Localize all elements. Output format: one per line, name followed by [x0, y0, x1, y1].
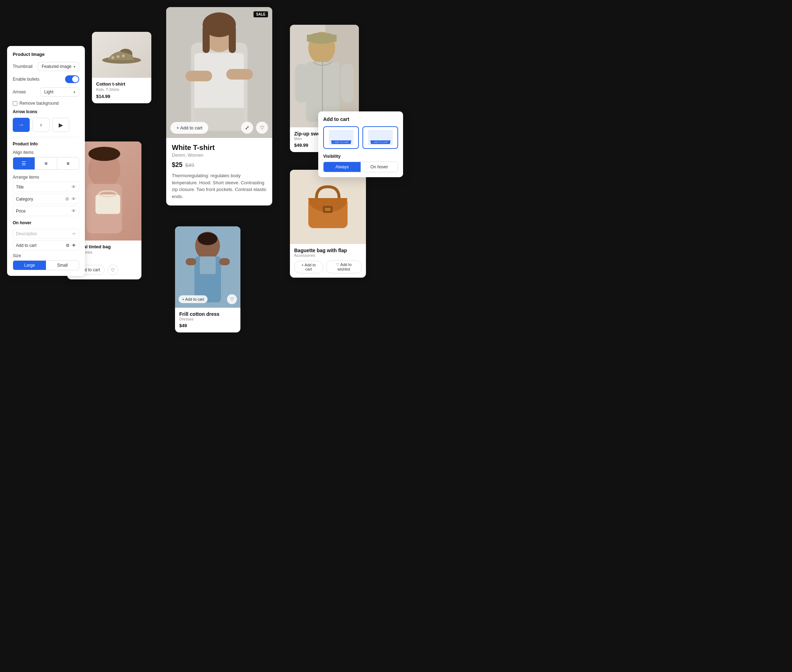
- arrow-icons-label: Arrow Icons: [13, 109, 79, 114]
- gear-icon-add-to-cart[interactable]: ⚙: [66, 243, 70, 248]
- align-center-btn[interactable]: ≡: [35, 157, 57, 170]
- svg-point-21: [198, 232, 217, 245]
- frill-wishlist-btn[interactable]: ♡: [227, 294, 237, 304]
- chevron-down-icon: ▾: [73, 65, 75, 69]
- white-tshirt-description: Thermoregulating: regulates body tempera…: [172, 172, 267, 200]
- arrows-label: Arrows: [13, 90, 26, 94]
- svg-point-2: [117, 55, 120, 58]
- svg-rect-13: [203, 25, 210, 53]
- white-tshirt-price-row: $25 $49: [172, 161, 267, 169]
- popup-option-2-preview: + ADD TO CART: [368, 130, 393, 146]
- settings-title: Product Image: [13, 52, 79, 57]
- arrange-item-title: Title 👁: [13, 182, 79, 192]
- align-left-btn[interactable]: ☰: [13, 157, 35, 170]
- mineral-wishlist-btn[interactable]: ♡: [107, 264, 118, 275]
- svg-rect-33: [295, 64, 308, 102]
- baguette-add-to-cart-btn[interactable]: + Add to cart: [294, 261, 323, 274]
- cotton-card-image: [92, 32, 151, 78]
- sale-badge: SALE: [254, 11, 268, 17]
- eye-icon-add-to-cart[interactable]: 👁: [72, 243, 76, 248]
- thumbnail-value: Featured image: [42, 64, 72, 69]
- frill-card-image: + Add to cart ♡: [175, 226, 240, 308]
- svg-rect-38: [325, 208, 331, 211]
- remove-background-checkbox[interactable]: [13, 101, 18, 106]
- popup-option-1[interactable]: + ADD TO CART: [323, 126, 359, 149]
- visibility-title: Visibility: [323, 154, 398, 159]
- frill-card-info: Frill cotton dress Dresses $49: [175, 308, 240, 333]
- eye-icon-title[interactable]: 👁: [72, 184, 76, 190]
- arrow-icon-btn-2[interactable]: ›: [32, 118, 50, 132]
- opt-preview-btn-2: + ADD TO CART: [370, 141, 390, 144]
- baguette-bag-svg: [290, 170, 366, 244]
- visibility-on-hover-btn[interactable]: On hover: [361, 162, 398, 172]
- thumbnail-dropdown[interactable]: Featured image ▾: [38, 62, 79, 71]
- product-card-baguette: Baguette bag with flap Accessories + Add…: [290, 170, 366, 278]
- white-tshirt-overlay-buttons: + Add to cart ⤢ ♡: [166, 122, 272, 134]
- cotton-card-price: $14.99: [96, 94, 147, 99]
- arrows-value: Light: [44, 90, 53, 94]
- remove-background-label: Remove background: [19, 101, 59, 106]
- on-hover-description: Description ✏: [13, 229, 79, 239]
- svg-rect-7: [96, 195, 120, 214]
- white-tshirt-woman-svg: [166, 7, 272, 138]
- white-tshirt-add-to-cart-btn[interactable]: + Add to cart: [171, 122, 208, 134]
- arrange-item-category: Category ⚙ 👁: [13, 194, 79, 204]
- product-card-cotton: Cotton t-shirt Kids, T-Shirts $14.99: [92, 32, 151, 103]
- arrows-dropdown[interactable]: Light ▾: [40, 87, 79, 96]
- svg-point-3: [122, 54, 125, 57]
- thumbnail-label: Thumbnail: [13, 64, 32, 69]
- gear-icon-category[interactable]: ⚙: [65, 196, 69, 202]
- cotton-card-name: Cotton t-shirt: [96, 82, 147, 86]
- baguette-card-name: Baguette bag with flap: [294, 248, 362, 253]
- svg-rect-25: [219, 258, 230, 265]
- arrange-items-label: Arrange items: [13, 175, 79, 180]
- popup-options: + ADD TO CART + ADD TO CART: [323, 126, 398, 149]
- frill-card-price: $49: [179, 323, 236, 328]
- arrow-icon-btn-1[interactable]: →: [13, 118, 30, 132]
- svg-rect-24: [186, 258, 196, 265]
- on-hover-add-to-cart: Add to cart ⚙ 👁: [13, 240, 79, 250]
- white-tshirt-price-old: $49: [185, 162, 194, 168]
- wishlist-icon-btn[interactable]: ♡: [256, 122, 268, 134]
- shoe-svg: [101, 44, 143, 66]
- align-items-label: Align items: [13, 150, 79, 155]
- add-to-cart-popup: Add to cart + ADD TO CART + ADD TO CART …: [318, 111, 403, 177]
- frill-card-category: Dresses: [179, 317, 236, 321]
- enable-bullets-toggle[interactable]: [65, 75, 79, 83]
- eye-icon-category[interactable]: 👁: [72, 196, 76, 202]
- arrow-icons-group: → › ▶: [13, 118, 79, 132]
- svg-rect-34: [341, 64, 354, 102]
- svg-rect-30: [307, 35, 337, 42]
- arrange-item-price: Price 👁: [13, 206, 79, 216]
- product-card-white-tshirt: SALE + Add to cart ⤢ ♡: [166, 7, 272, 205]
- popup-option-1-preview: + ADD TO CART: [329, 130, 354, 146]
- product-card-frill: + Add to cart ♡ Frill cotton dress Dress…: [175, 226, 240, 333]
- align-right-btn[interactable]: ≡: [57, 157, 79, 170]
- settings-panel: Product Image Thumbnail Featured image ▾…: [7, 46, 85, 276]
- frill-overlay-buttons: + Add to cart ♡: [175, 294, 240, 304]
- eye-icon-price[interactable]: 👁: [72, 208, 76, 214]
- white-tshirt-category: Denim, Women: [172, 152, 267, 158]
- expand-icon-btn[interactable]: ⤢: [241, 122, 253, 134]
- size-toggle-group: Large Small: [13, 260, 79, 270]
- on-hover-description-label: Description: [16, 231, 37, 236]
- baguette-card-image: [290, 170, 366, 244]
- popup-option-2[interactable]: + ADD TO CART: [362, 126, 398, 149]
- size-large-btn[interactable]: Large: [13, 261, 46, 270]
- cotton-card-category: Kids, T-Shirts: [96, 87, 147, 91]
- arrange-item-category-label: Category: [16, 197, 33, 202]
- enable-bullets-label: Enable bullets: [13, 77, 39, 82]
- cotton-card-info: Cotton t-shirt Kids, T-Shirts $14.99: [92, 78, 151, 103]
- svg-rect-14: [229, 25, 236, 53]
- baguette-card-category: Accessories: [294, 253, 362, 258]
- edit-icon-description[interactable]: ✏: [72, 231, 76, 236]
- svg-rect-17: [226, 69, 253, 80]
- white-tshirt-card-image: SALE + Add to cart ⤢ ♡: [166, 7, 272, 138]
- baguette-wishlist-btn[interactable]: ♡ Add to wishlist: [326, 260, 362, 274]
- size-label: Size: [13, 253, 79, 258]
- arrange-item-price-label: Price: [16, 209, 26, 214]
- frill-add-to-cart-btn[interactable]: + Add to cart: [179, 295, 208, 303]
- size-small-btn[interactable]: Small: [46, 261, 79, 270]
- arrow-icon-btn-3[interactable]: ▶: [52, 118, 69, 132]
- visibility-always-btn[interactable]: Always: [324, 162, 361, 172]
